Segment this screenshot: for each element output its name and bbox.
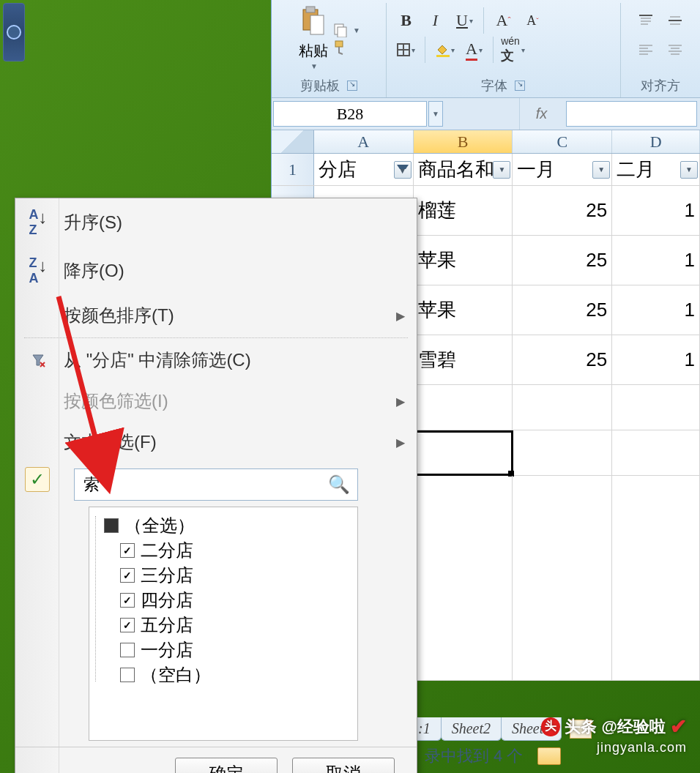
- phonetic-button[interactable]: wén文▾: [499, 37, 526, 63]
- fx-button[interactable]: fx: [519, 98, 563, 130]
- sheet-tab[interactable]: Sheet2: [441, 717, 502, 741]
- copy-dropdown[interactable]: ▼: [353, 26, 360, 34]
- toutiao-logo-icon: 头: [541, 717, 560, 736]
- check-badge-icon: ✓: [25, 467, 50, 492]
- filter-search-input[interactable]: [82, 474, 328, 495]
- borders-button[interactable]: ▾: [392, 37, 419, 63]
- submenu-arrow-icon: ▶: [396, 436, 405, 449]
- checkbox-icon[interactable]: [120, 643, 135, 657]
- text-filter[interactable]: 文本筛选(F) ▶: [15, 422, 417, 463]
- format-painter-icon[interactable]: [332, 40, 349, 56]
- cell[interactable]: 雪碧: [414, 335, 513, 384]
- svg-rect-6: [436, 55, 450, 57]
- name-box[interactable]: B28: [273, 101, 427, 127]
- checkmark-icon: ✔: [670, 714, 687, 739]
- cancel-button[interactable]: 取消: [292, 758, 395, 773]
- filter-checklist[interactable]: （全选） 二分店三分店四分店五分店一分店（空白）: [89, 507, 358, 741]
- cell[interactable]: [513, 430, 612, 475]
- formula-bar[interactable]: [566, 101, 697, 127]
- clear-filter[interactable]: 从 "分店" 中清除筛选(C): [15, 340, 417, 381]
- cell[interactable]: [612, 385, 700, 430]
- fill-color-button[interactable]: ▾: [431, 37, 458, 63]
- cell[interactable]: 苹果: [414, 285, 513, 335]
- header-cell[interactable]: 商品名和 ▼: [414, 154, 513, 185]
- cell[interactable]: 1: [612, 285, 700, 335]
- bold-button[interactable]: B: [392, 7, 419, 34]
- header-cell[interactable]: 二月 ▼: [612, 154, 700, 185]
- align-middle-button[interactable]: [662, 7, 688, 34]
- paste-icon[interactable]: [297, 4, 329, 40]
- checkbox-partial-icon[interactable]: [104, 518, 119, 533]
- header-cell[interactable]: 一月 ▼: [513, 154, 612, 185]
- paste-label[interactable]: 粘贴: [299, 41, 328, 61]
- checkbox-icon[interactable]: [120, 543, 135, 558]
- cell[interactable]: [612, 430, 700, 475]
- taskbar-item[interactable]: [3, 3, 25, 61]
- ok-button[interactable]: 确定: [175, 758, 278, 773]
- cell[interactable]: [513, 385, 612, 430]
- column-header-c[interactable]: C: [513, 130, 612, 153]
- column-header-b[interactable]: B: [414, 130, 513, 153]
- cell[interactable]: 25: [513, 335, 612, 384]
- column-header-d[interactable]: D: [612, 130, 700, 153]
- filter-option[interactable]: 三分店: [104, 563, 351, 588]
- align-top-button[interactable]: [633, 7, 659, 34]
- filter-option-label: （空白）: [141, 663, 211, 687]
- filter-option[interactable]: 二分店: [104, 538, 351, 563]
- cell[interactable]: [414, 476, 513, 680]
- submenu-arrow-icon: ▶: [396, 309, 405, 323]
- filter-option[interactable]: 五分店: [104, 613, 351, 638]
- font-dialog-launcher[interactable]: [515, 81, 525, 91]
- font-color-button[interactable]: A▾: [461, 37, 487, 63]
- checkbox-icon[interactable]: [120, 568, 135, 583]
- cell[interactable]: [612, 476, 700, 680]
- header-cell[interactable]: 分店 ▼: [314, 154, 414, 185]
- cell[interactable]: 25: [513, 285, 612, 335]
- filter-option-label: 四分店: [141, 589, 193, 612]
- clipboard-group: 粘贴 ▼ ▼ 剪贴板: [272, 3, 387, 97]
- submenu-arrow-icon: ▶: [396, 395, 405, 408]
- underline-button[interactable]: U▾: [451, 7, 477, 34]
- filter-option[interactable]: 四分店: [104, 588, 351, 613]
- filter-option-label: 三分店: [141, 564, 193, 587]
- filter-button[interactable]: ▼: [493, 161, 510, 179]
- clipboard-dialog-launcher[interactable]: [347, 81, 357, 91]
- checkbox-icon[interactable]: [120, 618, 135, 632]
- cell[interactable]: [513, 476, 612, 680]
- align-left-button[interactable]: [633, 37, 659, 63]
- cell[interactable]: 1: [612, 335, 700, 384]
- shrink-font-button[interactable]: Aˇ: [519, 7, 546, 34]
- grow-font-button[interactable]: Aˆ: [490, 7, 516, 34]
- search-icon[interactable]: 🔍: [328, 474, 350, 495]
- cell[interactable]: 苹果: [414, 236, 513, 285]
- select-all-checkbox[interactable]: （全选）: [104, 513, 351, 538]
- filter-option[interactable]: 一分店: [104, 638, 351, 662]
- svg-rect-4: [338, 27, 346, 37]
- cell[interactable]: 1: [612, 186, 700, 235]
- name-box-dropdown[interactable]: ▼: [428, 101, 443, 127]
- filter-search[interactable]: 🔍: [74, 468, 358, 501]
- sort-ascending[interactable]: AZ↓ 升序(S): [15, 198, 417, 247]
- cell[interactable]: 1: [612, 236, 700, 285]
- select-all-corner[interactable]: [272, 130, 314, 153]
- checkbox-icon[interactable]: [120, 593, 135, 608]
- checkbox-icon[interactable]: [120, 668, 135, 682]
- filter-button[interactable]: ▼: [680, 161, 698, 179]
- cell[interactable]: [414, 385, 513, 430]
- paste-dropdown[interactable]: ▼: [310, 62, 318, 70]
- copy-icon[interactable]: [332, 22, 349, 38]
- row-number[interactable]: 1: [272, 154, 314, 185]
- app-icon: [7, 25, 21, 40]
- italic-button[interactable]: I: [422, 7, 448, 34]
- sort-by-color[interactable]: 按颜色排序(T) ▶: [15, 295, 417, 336]
- cell[interactable]: 25: [513, 186, 612, 235]
- filter-option[interactable]: （空白）: [104, 662, 351, 687]
- cell[interactable]: 25: [513, 236, 612, 285]
- align-center-button[interactable]: [662, 37, 688, 63]
- sort-descending[interactable]: ZA↓ 降序(O): [15, 247, 417, 295]
- cell[interactable]: 榴莲: [414, 186, 513, 235]
- column-header-a[interactable]: A: [314, 130, 414, 153]
- filter-button[interactable]: ▼: [592, 161, 610, 179]
- cell[interactable]: [414, 430, 513, 475]
- filter-button-active[interactable]: ▼: [394, 161, 412, 179]
